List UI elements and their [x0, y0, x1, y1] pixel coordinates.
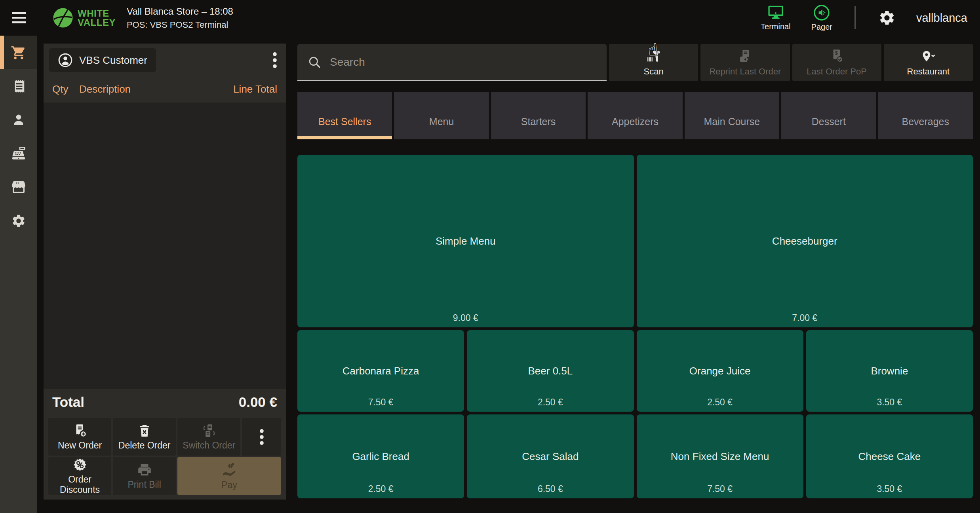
new-order-button[interactable]: New Order	[48, 418, 111, 456]
tab-menu[interactable]: Menu	[394, 92, 489, 139]
terminal-label: Terminal	[761, 22, 791, 31]
tab-appetizers[interactable]: Appetizers	[588, 92, 682, 139]
user-account-button[interactable]: vallblanca	[916, 11, 967, 25]
sidebar	[0, 36, 37, 513]
cart-icon	[11, 45, 27, 61]
chevron-down-icon	[932, 55, 935, 57]
last-order-pop-icon: $	[829, 48, 845, 64]
tab-main-course[interactable]: Main Course	[685, 92, 779, 139]
switch-order-icon	[202, 423, 217, 438]
delete-order-button[interactable]: Delete Order	[113, 418, 176, 456]
delete-order-icon	[137, 423, 152, 438]
order-discounts-button[interactable]: Order Discounts	[48, 457, 111, 495]
gear-icon	[878, 9, 896, 27]
line-total-column-header: Line Total	[233, 83, 277, 95]
order-panel-header: VBS Customer Qty Description Line Total	[44, 44, 286, 103]
product-tile-brownie[interactable]: Brownie 3.50 €	[806, 330, 973, 412]
sidebar-item-cart[interactable]	[0, 36, 37, 69]
reprint-receipt-icon	[737, 48, 753, 64]
scan-button[interactable]: Scan	[609, 44, 698, 81]
store-info: Vall Blanca Store – 18:08 POS: VBS POS2 …	[127, 6, 233, 30]
pos-app: WHITE VALLEY Vall Blanca Store – 18:08 P…	[0, 0, 980, 513]
product-tile-garlic-bread[interactable]: Garlic Bread 2.50 €	[297, 414, 464, 498]
terminal-button[interactable]: Terminal	[761, 5, 791, 31]
last-order-pop-button[interactable]: $ Last Order PoP	[792, 44, 881, 81]
pay-button[interactable]: 1 Pay	[177, 457, 281, 495]
qty-column-header: Qty	[52, 83, 74, 95]
order-panel-footer: Total 0.00 € New Order	[44, 389, 286, 500]
description-column-header: Description	[79, 83, 233, 95]
white-valley-logo-icon	[52, 7, 74, 28]
tab-best-sellers[interactable]: Best Sellers	[297, 92, 392, 139]
order-panel: VBS Customer Qty Description Line Total	[44, 44, 286, 500]
tab-beverages[interactable]: Beverages	[878, 92, 973, 139]
reprint-last-order-label: Reprint Last Order	[709, 66, 781, 77]
customer-name: VBS Customer	[79, 54, 147, 66]
store-icon	[11, 179, 27, 195]
customer-icon	[11, 112, 26, 127]
menu-icon[interactable]	[12, 12, 26, 23]
product-tile-cheese-cake[interactable]: Cheese Cake 3.50 €	[806, 414, 973, 498]
orders-receipt-icon	[11, 79, 26, 94]
product-tile-beer-05l[interactable]: Beer 0.5L 2.50 €	[467, 330, 634, 412]
category-tabs: Best Sellers Menu Starters Appetizers Ma…	[297, 92, 973, 139]
order-columns-header: Qty Description Line Total	[49, 72, 280, 103]
customer-button[interactable]: VBS Customer	[49, 48, 156, 72]
top-bar: WHITE VALLEY Vall Blanca Store – 18:08 P…	[0, 0, 980, 36]
printer-icon	[137, 462, 152, 477]
svg-text:$: $	[835, 50, 838, 56]
store-name: Vall Blanca Store – 18:08	[127, 6, 233, 17]
top-bar-right: Terminal Pager vallblanca	[761, 4, 980, 32]
brand-name: WHITE VALLEY	[78, 9, 116, 27]
location-label: Restaurant	[907, 66, 950, 77]
toolbar: Scan Reprint Last Order	[297, 44, 973, 81]
sidebar-item-settings[interactable]	[0, 204, 37, 238]
product-tile-simple-menu[interactable]: Simple Menu 9.00 €	[297, 155, 634, 327]
customer-circle-icon	[58, 53, 73, 68]
more-actions-kebab-icon[interactable]	[242, 418, 281, 456]
tab-starters[interactable]: Starters	[491, 92, 586, 139]
scan-label: Scan	[644, 66, 664, 77]
product-tile-cheeseburger[interactable]: Cheeseburger 7.00 €	[637, 155, 973, 327]
barcode-scanner-icon	[646, 48, 662, 64]
product-tile-carbonara-pizza[interactable]: Carbonara Pizza 7.50 €	[297, 330, 464, 412]
total-value: 0.00 €	[239, 394, 277, 410]
order-menu-kebab-icon[interactable]	[272, 51, 277, 69]
product-tile-non-fixed-size-menu[interactable]: Non Fixed Size Menu 7.50 €	[637, 414, 803, 498]
reprint-last-order-button[interactable]: Reprint Last Order	[700, 44, 790, 81]
discount-badge-icon	[72, 457, 88, 472]
pos-terminal-name: POS: VBS POS2 Terminal	[127, 20, 233, 30]
settings-button[interactable]	[878, 9, 896, 27]
search-box[interactable]	[297, 44, 607, 81]
location-pin-icon	[920, 48, 936, 64]
sidebar-item-store[interactable]	[0, 170, 37, 204]
product-tile-cesar-salad[interactable]: Cesar Salad 6.50 €	[467, 414, 634, 498]
total-label: Total	[52, 394, 84, 410]
pager-label: Pager	[811, 23, 832, 32]
body: VBS Customer Qty Description Line Total	[0, 36, 980, 513]
settings-icon	[11, 213, 26, 228]
product-grid: Simple Menu 9.00 € Cheeseburger 7.00 € C…	[297, 155, 973, 498]
terminal-monitor-icon	[767, 5, 785, 21]
search-input[interactable]	[329, 55, 596, 69]
topbar-divider	[854, 6, 856, 29]
pay-hand-coin-icon: 1	[221, 462, 237, 478]
svg-text:1: 1	[229, 464, 232, 468]
product-tile-orange-juice[interactable]: Orange Juice 2.50 €	[637, 330, 803, 412]
sidebar-item-customers[interactable]	[0, 103, 37, 137]
new-order-icon	[72, 423, 88, 438]
sidebar-item-register[interactable]	[0, 137, 37, 170]
pager-button[interactable]: Pager	[811, 4, 832, 32]
brand-logo: WHITE VALLEY	[52, 7, 116, 28]
main-content: Scan Reprint Last Order	[297, 44, 973, 513]
location-selector-button[interactable]: Restaurant	[884, 44, 973, 81]
cash-register-icon	[11, 146, 27, 162]
print-bill-button[interactable]: Print Bill	[113, 457, 176, 495]
sidebar-item-orders[interactable]	[0, 69, 37, 103]
switch-order-button[interactable]: Switch Order	[177, 418, 240, 456]
tab-dessert[interactable]: Dessert	[781, 92, 876, 139]
order-lines-list	[44, 103, 286, 389]
search-icon	[308, 55, 321, 69]
last-order-pop-label: Last Order PoP	[807, 66, 867, 77]
pager-icon	[813, 4, 830, 21]
